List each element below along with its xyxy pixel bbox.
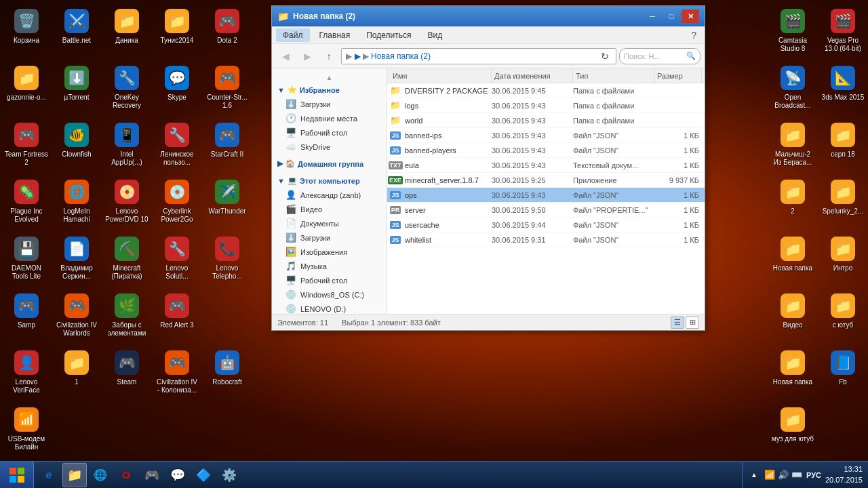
desktop-icon-newpapka1[interactable]: 📁 Новая папка	[770, 231, 816, 285]
file-row-eula[interactable]: TXT eula 30.06.2015 9:43 Текстовый докум…	[387, 158, 705, 173]
taskbar-chrome[interactable]: 🌐	[88, 463, 113, 487]
desktop-icon-3dsmax[interactable]: 📐 3ds Max 2015	[820, 60, 866, 115]
desktop-icon-dota2[interactable]: 🎮 Dota 2	[204, 3, 250, 58]
desktop-icon-warthunder[interactable]: ✈️ WarThunder	[204, 174, 250, 228]
file-row-banned-players[interactable]: JS banned-players 30.06.2015 9:43 Файл "…	[387, 143, 705, 158]
back-button[interactable]: ◀	[276, 47, 295, 66]
desktop-icon-fb[interactable]: 📘 Fb	[820, 345, 866, 399]
desktop-icon-tunis[interactable]: 📁 Тунис2014	[154, 3, 200, 58]
desktop-icon-intro[interactable]: 📁 Интро	[820, 231, 866, 285]
desktop-icon-battlenet[interactable]: ⚔️ Battle.net	[54, 3, 100, 58]
desktop-icon-videor[interactable]: 📁 Видео	[770, 288, 816, 342]
taskbar-skype[interactable]: 💬	[165, 463, 190, 487]
sidebar-favorites-header[interactable]: ▼ ⭐ Избранное	[272, 83, 387, 97]
taskbar-explorer[interactable]: 📁	[62, 463, 87, 487]
sidebar-item-lenovo-d[interactable]: 💿 LENOVO (D:)	[272, 302, 387, 314]
desktop-icon-camtasia[interactable]: 🎬 Camtasia Studio 8	[770, 3, 816, 58]
desktop-icon-openbroadcast[interactable]: 📡 Open Broadcast...	[770, 60, 816, 115]
file-row-world[interactable]: 📁 world 30.06.2015 9:43 Папка с файлами	[387, 113, 705, 128]
desktop-icon-onekey[interactable]: 🔧 OneKey Recovery	[104, 60, 150, 115]
sidebar-homegroup-header[interactable]: ▶ 🏠 Домашняя группа	[272, 157, 387, 171]
desktop-icon-civcolon[interactable]: 🎮 Civilization IV - Колониза...	[154, 345, 200, 399]
desktop-icon-minecraft[interactable]: ⛏️ Minecraft (Пиратка)	[104, 231, 150, 285]
desktop-icon-one[interactable]: 📁 1	[54, 345, 100, 399]
desktop-icon-logmein[interactable]: 🌐 LogMeIn Hamachi	[54, 174, 100, 228]
forward-button[interactable]: ▶	[298, 47, 317, 66]
desktop-icon-music-youtube[interactable]: 📁 муз для ютуб	[770, 402, 816, 456]
sidebar-item-downloads[interactable]: ⬇️ Загрузки	[272, 97, 387, 111]
desktop-icon-vegaspro[interactable]: 🎬 Vegas Pro 13.0 (64-bit)	[820, 3, 866, 58]
desktop-icon-plagueinc[interactable]: 🦠 Plague Inc Evolved	[3, 174, 50, 228]
taskbar-steam[interactable]: 🎮	[140, 463, 164, 487]
sidebar-item-video[interactable]: 🎬 Видео	[272, 202, 387, 216]
desktop-icon-two[interactable]: 📁 2	[770, 174, 816, 228]
sidebar-item-desktop[interactable]: 🖥️ Рабочий стол	[272, 125, 387, 140]
desktop-icon-lenovoverif[interactable]: 👤 Lenovo VeriFace	[3, 345, 50, 399]
close-button[interactable]: ✕	[682, 9, 699, 23]
column-size[interactable]: Размер	[654, 68, 702, 83]
breadcrumb-path[interactable]: ▶	[355, 52, 361, 61]
tray-expand-button[interactable]: ▲	[748, 470, 760, 480]
keyboard-tray-icon[interactable]: ⌨️	[791, 470, 802, 480]
search-box[interactable]: Поиск: Н... 🔍	[619, 48, 701, 64]
desktop-icon-lenovodvd[interactable]: 📀 Lenovo PowerDVD 10	[104, 174, 150, 228]
network-tray-icon[interactable]: 📶	[764, 470, 775, 480]
view-details-button[interactable]: ☰	[671, 317, 684, 329]
desktop-icon-ser18[interactable]: 📁 серп 18	[820, 117, 866, 171]
file-row-ops[interactable]: JS ops 30.06.2015 9:43 Файл "JSON" 1 КБ	[387, 188, 705, 203]
desktop-icon-robocraft[interactable]: 🤖 Robocraft	[204, 345, 250, 399]
desktop-icon-lenovosol[interactable]: 🔧 Lenovo Soluti...	[154, 231, 200, 285]
taskbar-opera[interactable]: O	[114, 463, 138, 487]
desktop-icon-newpapka2[interactable]: 📁 Новая папка	[770, 345, 816, 399]
taskbar-app1[interactable]: 🔷	[191, 463, 216, 487]
desktop-icon-spelunky[interactable]: 📁 Spelunky_2...	[820, 174, 866, 228]
desktop-icon-clownfish[interactable]: 🐠 Clownfish	[54, 117, 100, 171]
sidebar-item-desktop2[interactable]: 🖥️ Рабочий стол	[272, 273, 387, 287]
desktop-icon-syoutube[interactable]: 📁 с ютуб	[820, 288, 866, 342]
file-row-whitelist[interactable]: JS whitelist 30.06.2015 9:31 Файл "JSON"…	[387, 232, 705, 247]
sidebar-item-documents[interactable]: 📄 Документы	[272, 216, 387, 230]
view-list-button[interactable]: ⊞	[686, 317, 699, 329]
minimize-button[interactable]: ─	[644, 9, 661, 23]
file-row-server[interactable]: PR server 30.06.2015 9:50 Файл "PROPERTI…	[387, 203, 705, 218]
help-button[interactable]: ?	[687, 28, 701, 42]
desktop-icon-tf2[interactable]: 🎮 Team Fortress 2	[3, 117, 50, 171]
desktop-icon-redalert[interactable]: 🎮 Red Alert 3	[154, 288, 200, 342]
desktop-icon-malchish[interactable]: 📁 Мальчиш-2 Из Бераса...	[770, 117, 816, 171]
menu-share[interactable]: Поделиться	[359, 28, 418, 42]
desktop-icon-lenovoteleph[interactable]: 📞 Lenovo Telephо...	[204, 231, 250, 285]
desktop-icon-steam[interactable]: 🎮 Steam	[104, 345, 150, 399]
start-button[interactable]	[0, 462, 34, 489]
desktop-icon-cstrike[interactable]: 🎮 Counter-Str... 1.6	[204, 60, 250, 115]
breadcrumb-current[interactable]: Новая папка (2)	[371, 52, 431, 61]
desktop-icon-civwarlords[interactable]: 🎮 Civilization IV Warlords	[54, 288, 100, 342]
sidebar-item-skydrive[interactable]: ☁️ SkyDrive	[272, 140, 387, 154]
volume-tray-icon[interactable]: 🔊	[778, 470, 789, 480]
maximize-button[interactable]: □	[663, 9, 680, 23]
menu-home[interactable]: Главная	[313, 28, 357, 42]
desktop-icon-usbmodem[interactable]: 📶 USB-модем Билайн	[3, 402, 50, 456]
desktop-icon-gazonnie[interactable]: 📁 gazonnie-o...	[3, 60, 50, 115]
desktop-icon-intelapps[interactable]: 📱 Intel AppUp(...)	[104, 117, 150, 171]
file-row-minecraft_server.1.8.7[interactable]: EXE minecraft_server.1.8.7 30.06.2015 9:…	[387, 173, 705, 188]
desktop-icon-samp[interactable]: 🎮 Samp	[3, 288, 50, 342]
tray-language[interactable]: РУС	[806, 471, 821, 479]
menu-view[interactable]: Вид	[420, 28, 449, 42]
refresh-button[interactable]: ↻	[598, 47, 612, 66]
menu-file[interactable]: Файл	[276, 28, 310, 42]
sidebar-thispc-header[interactable]: ▼ 💻 Этот компьютер	[272, 174, 387, 188]
desktop-icon-danica[interactable]: 📁 Даника	[104, 3, 150, 58]
sidebar-item-downloads2[interactable]: ⬇️ Загрузки	[272, 230, 387, 245]
desktop-icon-daemon[interactable]: 💾 DAEMON Tools Lite	[3, 231, 50, 285]
address-bar[interactable]: ▶ ▶ ▶ Новая папка (2) ↻	[341, 48, 616, 64]
up-button[interactable]: ↑	[319, 47, 338, 66]
sidebar-item-images[interactable]: 🖼️ Изображения	[272, 245, 387, 259]
sidebar-item-music[interactable]: 🎵 Музыка	[272, 259, 387, 273]
desktop-icon-korzina[interactable]: 🗑️ Корзина	[3, 3, 50, 58]
sidebar-item-windows-c[interactable]: 💿 Windows8_OS (C:)	[272, 287, 387, 302]
file-row-banned-ips[interactable]: JS banned-ips 30.06.2015 9:43 Файл "JSON…	[387, 128, 705, 143]
desktop-icon-lensoft[interactable]: 🔧 Ленинское пользо...	[154, 117, 200, 171]
desktop-icon-starcraft[interactable]: 🎮 StarCraft II	[204, 117, 250, 171]
desktop-icon-zabory[interactable]: 🌿 Заборы с элементами	[104, 288, 150, 342]
sidebar-item-recent[interactable]: 🕐 Недавние места	[272, 111, 387, 125]
